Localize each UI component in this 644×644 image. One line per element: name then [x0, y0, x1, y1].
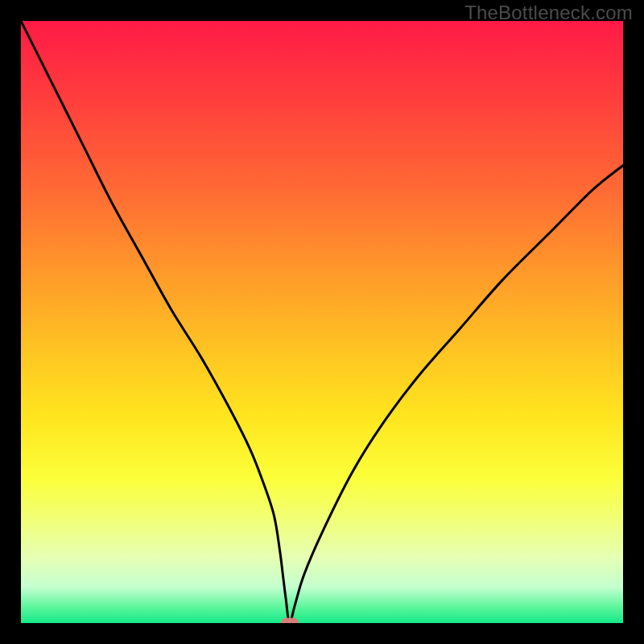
chart-frame: TheBottleneck.com	[0, 0, 644, 644]
watermark-text: TheBottleneck.com	[464, 2, 633, 24]
optimal-point-marker	[281, 618, 299, 624]
bottleneck-curve	[21, 21, 623, 623]
plot-area	[21, 21, 623, 623]
